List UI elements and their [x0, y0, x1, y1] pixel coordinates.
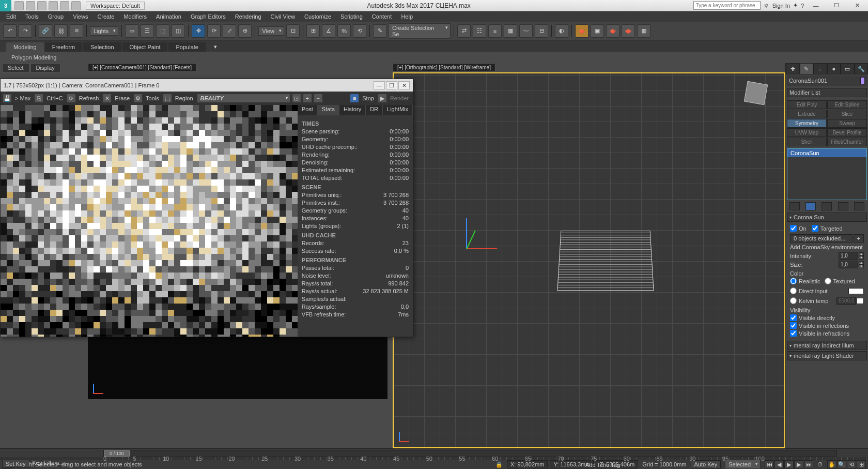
- vfb-render-button[interactable]: Render: [388, 95, 411, 101]
- tab-populate[interactable]: Populate: [168, 42, 205, 52]
- viewcube[interactable]: [738, 79, 774, 110]
- rotate-button[interactable]: ⟳: [207, 24, 221, 38]
- vfb-tab-stats[interactable]: Stats: [318, 105, 339, 115]
- stack-item[interactable]: CoronaSun: [787, 149, 866, 157]
- remove-modifier-icon[interactable]: [838, 202, 848, 210]
- menu-rendering[interactable]: Rendering: [231, 12, 266, 21]
- object-color-swatch[interactable]: [860, 77, 865, 84]
- select-name-button[interactable]: ☰: [141, 24, 154, 38]
- redo-button[interactable]: ↷: [19, 24, 32, 38]
- menu-animation[interactable]: Animation: [152, 12, 185, 21]
- display-tab[interactable]: Display: [30, 63, 60, 72]
- edit-named-sel-button[interactable]: ✎: [373, 24, 386, 38]
- render-setup-button[interactable]: 🫖: [575, 24, 588, 38]
- menu-tools[interactable]: Tools: [21, 12, 43, 21]
- color-swatch[interactable]: [848, 288, 864, 294]
- viewport-label-right[interactable]: [+] [Orthographic] [Standard] [Wireframe…: [393, 63, 495, 72]
- viewport-orthographic[interactable]: [393, 72, 785, 448]
- vfb-zoom-fit-icon[interactable]: ⊡: [292, 94, 301, 103]
- vfb-max-button[interactable]: > Max: [13, 95, 33, 101]
- vfb-tab-history[interactable]: History: [339, 105, 366, 115]
- visible-refractions-checkbox[interactable]: Visible in refractions: [790, 330, 864, 337]
- help-search-input[interactable]: [693, 1, 761, 10]
- signin-link[interactable]: Sign In: [772, 3, 790, 9]
- spinner-up-icon[interactable]: ▲: [859, 261, 864, 265]
- snap-button[interactable]: ⊞: [306, 24, 320, 38]
- minimize-button[interactable]: —: [807, 1, 825, 11]
- hierarchy-tab-icon[interactable]: ≡: [813, 63, 827, 74]
- display-tab-icon[interactable]: ▭: [841, 63, 855, 74]
- targeted-checkbox[interactable]: Targeted: [812, 225, 843, 232]
- spinner-down-icon[interactable]: ▼: [859, 256, 864, 260]
- tab-object-paint[interactable]: Object Paint: [122, 42, 168, 52]
- vfb-render-output[interactable]: [1, 105, 298, 337]
- time-config-icon[interactable]: ⏱: [817, 461, 823, 467]
- vfb-zoom-in-icon[interactable]: +: [303, 94, 312, 103]
- keyfilters-button[interactable]: Key Filters...: [33, 460, 64, 468]
- tab-selection[interactable]: Selection: [83, 42, 121, 52]
- select-tab[interactable]: Select: [2, 63, 29, 72]
- placement-button[interactable]: ⊕: [238, 24, 252, 38]
- modifier-list-dropdown[interactable]: Modifier List: [787, 88, 867, 97]
- mod-btn[interactable]: UVW Map: [787, 128, 827, 137]
- coord-system-dropdown[interactable]: View: [258, 26, 284, 36]
- on-checkbox[interactable]: On: [790, 225, 807, 232]
- next-frame-icon[interactable]: ▶: [794, 460, 803, 468]
- toggle-ribbon-button[interactable]: ▦: [504, 24, 517, 38]
- close-button[interactable]: ✕: [848, 1, 866, 11]
- menu-create[interactable]: Create: [93, 12, 118, 21]
- mod-btn[interactable]: Bevel Profile: [827, 128, 867, 137]
- wireframe-geometry[interactable]: [557, 231, 654, 291]
- move-button[interactable]: ✥: [192, 24, 205, 38]
- goto-end-icon[interactable]: ⏭: [804, 460, 813, 468]
- vfb-stop-button[interactable]: Stop: [360, 95, 376, 101]
- max-toggle-icon[interactable]: ⊞: [857, 460, 866, 468]
- menu-content[interactable]: Content: [368, 12, 396, 21]
- vfb-region-button[interactable]: Region: [173, 95, 195, 101]
- mirror-button[interactable]: ⇄: [457, 24, 471, 38]
- pin-stack-icon[interactable]: [789, 202, 800, 210]
- menu-edit[interactable]: Edit: [2, 12, 20, 21]
- vfb-region-icon[interactable]: ⬚: [163, 94, 172, 103]
- curve-editor-button[interactable]: 〰: [519, 24, 533, 38]
- kelvin-swatch[interactable]: [857, 298, 864, 304]
- percent-snap-button[interactable]: %: [337, 24, 351, 38]
- add-sky-link[interactable]: Add CoronaSky environment: [790, 244, 864, 250]
- select-button[interactable]: ▭: [125, 24, 138, 38]
- vfb-tab-dr[interactable]: DR: [366, 105, 383, 115]
- key-mode-dropdown[interactable]: Selected: [725, 460, 761, 469]
- vfb-tab-lightmix[interactable]: LightMix: [383, 105, 413, 115]
- visible-directly-checkbox[interactable]: Visible directly: [790, 314, 864, 321]
- vfb-minimize-button[interactable]: —: [374, 81, 385, 89]
- visible-reflections-checkbox[interactable]: Visible in reflections: [790, 322, 864, 329]
- layers-button[interactable]: ≡: [488, 24, 502, 38]
- render-last-button[interactable]: 🫖: [622, 24, 635, 38]
- intensity-input[interactable]: [839, 252, 858, 260]
- schematic-button[interactable]: ⊟: [535, 24, 548, 38]
- menu-views[interactable]: Views: [69, 12, 92, 21]
- vfb-tab-post[interactable]: Post: [298, 105, 318, 115]
- mod-btn[interactable]: Edit Spline: [827, 100, 867, 109]
- realistic-radio[interactable]: Realistic: [790, 278, 820, 284]
- rollout-header[interactable]: mental ray Light Shader: [787, 351, 867, 360]
- mod-btn[interactable]: Extrude: [787, 110, 827, 118]
- menu-scripting[interactable]: Scripting: [336, 12, 367, 21]
- help-icon[interactable]: ?: [801, 3, 804, 9]
- qat-btn[interactable]: [71, 1, 81, 10]
- configure-sets-icon[interactable]: [854, 202, 864, 210]
- vfb-pass-dropdown[interactable]: BEAUTY: [197, 94, 290, 103]
- qat-btn[interactable]: [26, 1, 35, 10]
- size-input[interactable]: [839, 261, 858, 268]
- goto-start-icon[interactable]: ⏮: [765, 460, 774, 468]
- vfb-tools-icon[interactable]: ⚙: [133, 94, 143, 103]
- qat-btn[interactable]: [14, 1, 24, 10]
- menu-modifiers[interactable]: Modifiers: [119, 12, 151, 21]
- menu-graph-editors[interactable]: Graph Editors: [187, 12, 230, 21]
- render-button[interactable]: 🫖: [606, 24, 619, 38]
- infocenter-icon[interactable]: ⛭: [764, 3, 769, 9]
- ribbon-polygon-modeling[interactable]: Polygon Modeling: [6, 53, 61, 62]
- qat-btn[interactable]: [49, 1, 58, 10]
- show-end-result-icon[interactable]: [805, 202, 816, 210]
- vfb-refresh-icon[interactable]: ⟳: [67, 94, 76, 103]
- rollout-header[interactable]: Corona Sun: [787, 213, 867, 222]
